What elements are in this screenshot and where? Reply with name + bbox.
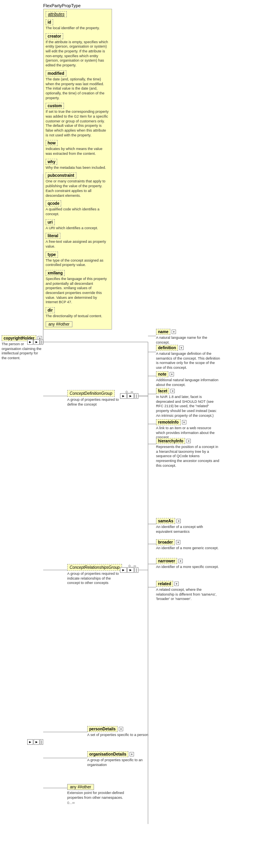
concept-rel-connector: ► ► | [120,567,138,573]
attr-modified-desc: The date (and, optionally, the time) whe… [46,77,110,100]
connector-lines [0,0,272,868]
main-left-connector: ► ► | [27,339,43,345]
concept-def-group-name: ConceptDefinitionGroup [67,390,115,397]
attr-qcode: qcode A qualified code which identifies … [46,200,110,216]
element-related-plus: + [174,582,179,586]
concept-rel-group-desc: A group of properties required to indica… [67,572,119,586]
attr-creator-desc: If the attribute is empty, specifies whi… [46,40,110,68]
element-note-group: note + Additional natural language infor… [156,371,220,387]
element-sameas-group: sameAs + An identifier of a concept with… [156,518,220,534]
attr-id-name: id [46,19,53,25]
concept-def-group-desc: A group of properties required to define… [67,398,119,407]
element-facet-plus: + [170,389,175,393]
element-hierarchyinfo-plus: + [186,439,191,443]
attr-dir: dir The directionality of textual conten… [46,307,110,319]
element-orgdetails-label: organisationDetails [87,751,128,757]
element-persondetails-label: personDetails [87,726,118,732]
attr-custom-name: custom [46,103,64,109]
diagram-container: FlexPartyPropType [0,0,272,868]
element-sameas-desc: An identifier of a concept with equivale… [156,525,220,534]
attr-pubconstraint: pubconstraint One or many constraints th… [46,172,110,198]
attr-how: how Indicates by which means the value w… [46,140,110,156]
attr-literal-name: literal [46,233,60,239]
attr-type-desc: The type of the concept assigned as cont… [46,258,110,268]
element-broader-desc: An identifier of a more generic concept. [156,546,219,551]
attr-qcode-name: qcode [46,200,61,206]
element-facet-desc: In NAR 1.8 and later, facet is deprecate… [156,395,220,418]
attr-xmllang-name: xmllang [46,270,65,276]
attr-id: id The local identifier of the property. [46,19,110,31]
attr-any-other: any ##other [46,321,110,327]
element-name-desc: A natural language name for the concept. [156,336,220,345]
attr-why-name: why [46,159,57,165]
diagram-title: FlexPartyPropType [43,3,81,8]
attr-uri: uri A URI which identifies a concept. [46,219,110,231]
element-remoteinfo-label: remoteInfo [156,419,181,425]
element-related-desc: A related concept, where the relationshi… [156,588,220,602]
concept-rel-group-name: ConceptRelationshipsGroup [67,564,122,571]
element-related-label: related [156,581,173,587]
element-definition-label: definition [156,345,178,351]
element-hierarchyinfo-desc: Represents the position of a concept in … [156,445,220,468]
element-hierarchyinfo-group: hierarchyInfo + Represents the position … [156,438,220,468]
any-other-bottom-label: any ##other [67,784,94,790]
element-persondetails-group: personDetails + A set of properties spec… [87,726,148,738]
element-definition-plus: + [179,346,184,350]
attr-uri-name: uri [46,219,55,225]
element-narrower-plus: + [178,559,183,563]
attr-modified: modified The date (and, optionally, the … [46,70,110,100]
element-sameas-label: sameAs [156,518,175,524]
element-broader-label: broader [156,539,175,545]
element-related-group: related + A related concept, where the r… [156,581,220,602]
element-narrower-label: narrower [156,558,177,564]
attr-custom: custom If set to true the corresponding … [46,103,110,138]
element-definition-desc: A natural language definition of the sem… [156,352,220,370]
concept-rel-group: ConceptRelationshipsGroup A group of pro… [67,564,122,586]
element-remoteinfo-group: remoteInfo + A link to an item or a web … [156,419,220,440]
attr-modified-name: modified [46,70,66,76]
element-broader-plus: + [176,540,180,544]
element-persondetails-desc: A set of properties specific to a person [87,733,148,738]
element-sameas-plus: + [176,519,181,523]
element-orgdetails-desc: A group of properties specific to an org… [87,758,151,767]
element-broader-group: broader + An identifier of a more generi… [156,539,219,551]
concept-def-connector: ► ► | [120,393,138,399]
any-other-bottom-multiplicity: 0...∞ [67,801,131,805]
attr-dir-name: dir [46,307,55,313]
concept-def-group: ConceptDefinitionGroup A group of proper… [67,390,119,407]
element-note-plus: + [170,372,174,376]
element-name-label: name [156,329,170,335]
attr-xmllang: xmllang Specifies the language of this p… [46,270,110,305]
element-persondetails-plus: + [119,727,123,731]
attr-uri-desc: A URI which identifies a concept. [46,226,110,231]
element-narrower-group: narrower + An identifier of a more speci… [156,558,219,570]
attr-why: why Why the metadata has been included. [46,159,110,170]
attr-creator: creator If the attribute is empty, speci… [46,33,110,68]
element-remoteinfo-plus: + [182,420,186,424]
attr-literal-desc: A free-text value assigned as property v… [46,240,110,249]
attr-dir-desc: The directionality of textual content. [46,314,110,319]
attr-creator-name: creator [46,33,63,39]
attr-pubconstraint-desc: One or many constraints that apply to pu… [46,179,110,198]
element-orgdetails-plus: + [130,752,134,756]
element-facet-group: facet + In NAR 1.8 and later, facet is d… [156,388,220,418]
attr-qcode-desc: A qualified code which identifies a conc… [46,207,110,216]
element-name-plus: + [172,330,176,334]
element-narrower-desc: An identifier of a more specific concept… [156,565,219,570]
attributes-header: attributes [46,11,67,17]
element-name-group: name + A natural language name for the c… [156,329,220,345]
any-other-bottom-desc: Extension point for provider-defined pro… [67,791,131,800]
copyright-holder-desc: The person or organisation claiming the … [2,342,42,361]
element-note-label: note [156,371,168,377]
attributes-box: attributes id The local identifier of th… [43,9,112,330]
any-other-bottom-group: any ##other Extension point for provider… [67,784,131,805]
attr-type: type The type of the concept assigned as… [46,252,110,268]
attr-why-desc: Why the metadata has been included. [46,166,110,170]
attr-xmllang-desc: Specifies the language of this property … [46,277,110,305]
attr-how-desc: Indicates by which means the value was e… [46,147,110,156]
attr-how-name: how [46,140,58,146]
attr-literal: literal A free-text value assigned as pr… [46,233,110,249]
attr-pubconstraint-name: pubconstraint [46,172,76,178]
attr-id-desc: The local identifier of the property. [46,26,110,31]
element-orgdetails-group: organisationDetails + A group of propert… [87,751,151,767]
